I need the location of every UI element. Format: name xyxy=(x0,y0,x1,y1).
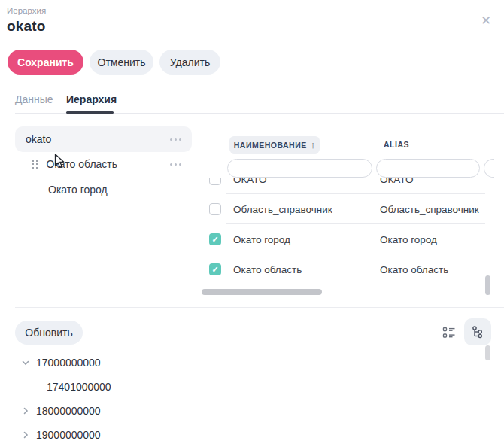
column-header-name[interactable]: НАИМЕНОВАНИЕ ↑ xyxy=(229,136,320,154)
delete-button[interactable]: Удалить xyxy=(159,50,220,74)
tree-view-icon xyxy=(471,325,484,339)
row-checkbox-checked[interactable]: ✓ xyxy=(209,263,221,275)
column-header-name-label: НАИМЕНОВАНИЕ xyxy=(234,141,307,150)
ellipsis-menu-icon[interactable] xyxy=(169,160,183,169)
list-view-icon[interactable] xyxy=(442,325,457,340)
row-name-cell: Окато область xyxy=(233,264,302,275)
table-row[interactable]: ОКАТО ОКАТО xyxy=(199,178,493,194)
name-filter-input[interactable] xyxy=(227,159,372,178)
table-horizontal-scrollbar[interactable] xyxy=(202,289,322,295)
active-tab-underline xyxy=(66,111,114,114)
table-row[interactable]: Область_справочник Область_справочник xyxy=(199,194,493,224)
chevron-down-icon[interactable] xyxy=(20,357,31,368)
tree-root-item[interactable]: okato xyxy=(15,126,192,152)
node-code: 18000000000 xyxy=(36,405,101,417)
sort-ascending-icon: ↑ xyxy=(311,140,316,150)
preview-vertical-scrollbar[interactable] xyxy=(485,345,490,360)
dialog-title: okato xyxy=(7,18,46,35)
table-body: ОКАТО ОКАТО Область_справочник Область_с… xyxy=(199,178,493,284)
row-alias-cell: Окато область xyxy=(380,264,448,275)
save-button[interactable]: Сохранить xyxy=(8,50,83,74)
close-icon[interactable]: ✕ xyxy=(476,11,496,30)
preview-node-17000000000[interactable]: 17000000000 xyxy=(20,357,101,369)
node-code: 17000000000 xyxy=(36,357,101,369)
drag-handle-icon[interactable] xyxy=(32,160,38,169)
column-header-alias[interactable]: ALIAS xyxy=(384,140,409,149)
table-vertical-scrollbar[interactable] xyxy=(485,275,490,295)
alias-filter-input[interactable] xyxy=(376,159,480,178)
ellipsis-menu-icon[interactable] xyxy=(169,135,183,144)
preview-node-18000000000[interactable]: 18000000000 xyxy=(20,405,101,417)
hierarchy-editor-dialog: Иерархия okato ✕ Сохранить Отменить Удал… xyxy=(0,0,504,447)
node-code: 17401000000 xyxy=(47,381,111,393)
tab-hierarchy[interactable]: Иерархия xyxy=(66,93,117,105)
check-icon: ✓ xyxy=(211,266,218,274)
tree-item-okato-gorod[interactable]: Окато город xyxy=(15,180,192,199)
tree-item-label: Окато город xyxy=(48,184,183,196)
row-alias-cell: Область_справочник xyxy=(380,204,479,215)
section-divider xyxy=(15,307,504,308)
preview-node-17401000000[interactable]: 17401000000 xyxy=(47,381,111,393)
refresh-button[interactable]: Обновить xyxy=(15,321,83,345)
row-checkbox[interactable] xyxy=(209,203,221,215)
tab-data[interactable]: Данные xyxy=(15,93,53,105)
row-name-cell: Область_справочник xyxy=(233,204,332,215)
check-icon: ✓ xyxy=(211,236,218,244)
chevron-right-icon[interactable] xyxy=(20,430,31,440)
row-alias-cell: ОКАТО xyxy=(380,178,413,185)
dialog-type-label: Иерархия xyxy=(7,6,46,15)
tree-view-toggle-button[interactable] xyxy=(464,318,491,345)
table-row[interactable]: ✓ Окато область Окато область xyxy=(199,254,493,284)
row-alias-cell: Окато город xyxy=(380,234,437,245)
chevron-right-icon[interactable] xyxy=(20,406,31,416)
tree-item-label: Окато область xyxy=(47,158,169,170)
row-name-cell: ОКАТО xyxy=(233,178,266,185)
cancel-button[interactable]: Отменить xyxy=(90,50,153,74)
node-code: 19000000000 xyxy=(36,429,101,441)
row-name-cell: Окато город xyxy=(233,234,290,245)
tree-root-label: okato xyxy=(26,133,169,145)
preview-node-19000000000[interactable]: 19000000000 xyxy=(20,429,101,441)
tree-item-okato-oblast[interactable]: Окато область xyxy=(15,154,192,174)
row-checkbox-checked[interactable]: ✓ xyxy=(209,233,221,245)
table-row[interactable]: ✓ Окато город Окато город xyxy=(199,224,493,254)
clipped-filter-input[interactable] xyxy=(484,159,494,178)
row-checkbox[interactable] xyxy=(209,178,221,185)
